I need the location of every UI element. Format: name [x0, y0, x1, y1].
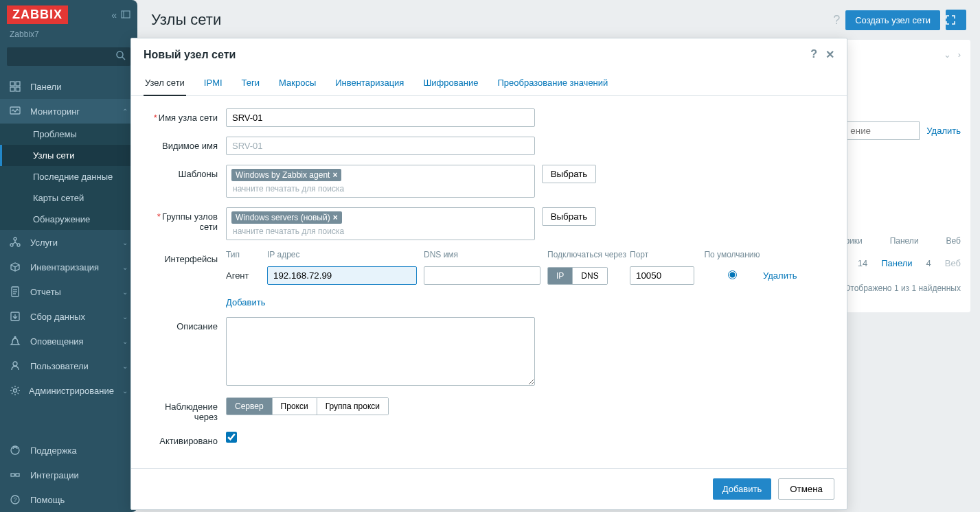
monitored-proxy-button[interactable]: Прокси	[272, 398, 317, 415]
iface-dns-input[interactable]	[424, 266, 540, 285]
chevron-down-icon: ⌄	[122, 362, 128, 370]
nav-help[interactable]: ? Помощь	[0, 487, 137, 512]
sidebar: ZABBIX « Zabbix7 Панели Мониторинг ⌃ Про…	[0, 0, 137, 512]
nav-alerts[interactable]: Оповещения ⌄	[0, 329, 137, 353]
svg-line-3	[122, 57, 125, 60]
cell-dash-count: 4	[926, 258, 931, 268]
collapse-icon[interactable]: «	[111, 10, 117, 21]
nav-dashboards[interactable]: Панели	[0, 74, 137, 99]
filter-delete-link[interactable]: Удалить	[926, 126, 961, 136]
svg-point-17	[14, 337, 16, 338]
svg-rect-0	[122, 11, 130, 18]
nav-integrations[interactable]: Интеграции	[0, 463, 137, 487]
logo[interactable]: ZABBIX	[7, 5, 68, 24]
chevron-down-icon: ⌄	[122, 264, 128, 271]
tab-tags[interactable]: Теги	[240, 71, 261, 95]
search-icon[interactable]	[115, 50, 126, 61]
modal-close-icon[interactable]: ✕	[825, 48, 834, 61]
page-title: Узлы сети	[151, 11, 221, 29]
nav-users[interactable]: Пользователи ⌄	[0, 353, 137, 378]
nav-reports[interactable]: Отчеты ⌄	[0, 279, 137, 304]
connect-via-group: IP DNS	[547, 267, 608, 285]
svg-point-2	[117, 51, 123, 58]
templates-select-button[interactable]: Выбрать	[542, 165, 597, 183]
integrations-icon	[10, 469, 22, 480]
sub-discovery[interactable]: Обнаружение	[0, 209, 137, 230]
modal-title: Новый узел сети	[144, 49, 236, 61]
tab-macros[interactable]: Макросы	[277, 71, 317, 95]
filter-next-icon[interactable]: ›	[958, 49, 961, 60]
server-name: Zabbix7	[0, 30, 137, 43]
monitored-proxygroup-button[interactable]: Группа прокси	[317, 398, 388, 415]
group-tag: Windows servers (новый)×	[231, 211, 342, 224]
groups-select-button[interactable]: Выбрать	[542, 207, 597, 226]
data-icon	[10, 311, 22, 322]
tab-encryption[interactable]: Шифрование	[422, 71, 479, 95]
remove-tag-icon[interactable]: ×	[332, 170, 337, 180]
support-icon	[10, 445, 22, 456]
help-icon: ?	[10, 494, 22, 505]
sub-problems[interactable]: Проблемы	[0, 124, 137, 145]
svg-rect-5	[16, 82, 20, 86]
label-visible-name: Видимое имя	[144, 137, 226, 151]
iface-col-default: По умолчанию	[701, 250, 763, 259]
chevron-down-icon: ⌄	[122, 313, 128, 321]
monitoring-icon	[10, 106, 22, 117]
modal-help-icon[interactable]: ?	[810, 48, 817, 61]
monitored-server-button[interactable]: Сервер	[227, 398, 272, 415]
col-web: Веб	[946, 236, 961, 246]
filter-collapse-icon[interactable]: ⌄	[944, 49, 951, 60]
nav-admin[interactable]: Администрирование ⌄	[0, 378, 137, 403]
label-groups: *Группы узлов сети	[144, 207, 226, 232]
sub-latest[interactable]: Последние данные	[0, 166, 137, 187]
sub-maps[interactable]: Карты сетей	[0, 187, 137, 209]
iface-col-dns: DNS имя	[424, 250, 547, 259]
filter-input[interactable]	[844, 121, 920, 140]
search-input[interactable]	[7, 47, 130, 66]
tab-valuemap[interactable]: Преобразование значений	[496, 71, 609, 95]
modal-cancel-button[interactable]: Отмена	[778, 478, 834, 500]
host-modal: Новый узел сети ? ✕ Узел сети IPMI Теги …	[130, 38, 847, 510]
modal-tabs: Узел сети IPMI Теги Макросы Инвентаризац…	[131, 71, 847, 96]
iface-default-radio[interactable]	[728, 270, 737, 279]
description-textarea[interactable]	[226, 317, 535, 386]
col-dashboards: Панели	[890, 236, 919, 246]
iface-port-input[interactable]	[630, 266, 694, 285]
modal-add-button[interactable]: Добавить	[713, 478, 771, 500]
add-interface-link[interactable]: Добавить	[226, 297, 265, 307]
nav-monitoring[interactable]: Мониторинг ⌃	[0, 99, 137, 124]
iface-ip-input[interactable]	[267, 266, 417, 285]
iface-col-port: Порт	[630, 250, 701, 259]
monitored-by-group: Сервер Прокси Группа прокси	[226, 397, 389, 415]
svg-text:?: ?	[13, 496, 16, 503]
nav-services[interactable]: Услуги ⌄	[0, 230, 137, 255]
chevron-down-icon: ⌄	[122, 338, 128, 345]
templates-multiselect[interactable]: Windows by Zabbix agent× начните печатат…	[226, 165, 535, 198]
connect-dns-button[interactable]: DNS	[572, 268, 606, 284]
visible-name-input[interactable]	[226, 137, 535, 155]
hide-icon[interactable]	[121, 10, 130, 21]
svg-rect-6	[10, 87, 14, 91]
label-interfaces: Интерфейсы	[144, 250, 226, 264]
nav-inventory[interactable]: Инвентаризация ⌄	[0, 255, 137, 279]
iface-delete-link[interactable]: Удалить	[763, 270, 797, 281]
tab-inventory[interactable]: Инвентаризация	[334, 71, 405, 95]
help-icon[interactable]: ?	[833, 13, 840, 27]
tab-host[interactable]: Узел сети	[144, 71, 186, 96]
fullscreen-button[interactable]	[946, 10, 966, 30]
tab-ipmi[interactable]: IPMI	[203, 71, 224, 95]
enabled-checkbox[interactable]	[226, 432, 237, 443]
cell-web: Веб	[945, 258, 961, 268]
host-name-input[interactable]	[226, 108, 535, 127]
groups-multiselect[interactable]: Windows servers (новый)× начните печатат…	[226, 207, 535, 240]
cell-dash-link[interactable]: Панели	[881, 258, 912, 268]
label-host-name: *Имя узла сети	[144, 108, 226, 123]
nav-support[interactable]: Поддержка	[0, 438, 137, 463]
create-host-button[interactable]: Создать узел сети	[845, 10, 940, 30]
svg-rect-21	[11, 474, 14, 476]
remove-tag-icon[interactable]: ×	[333, 213, 338, 222]
connect-ip-button[interactable]: IP	[548, 268, 572, 284]
reports-icon	[10, 286, 22, 297]
nav-data-collection[interactable]: Сбор данных ⌄	[0, 304, 137, 329]
sub-hosts[interactable]: Узлы сети	[0, 145, 137, 166]
